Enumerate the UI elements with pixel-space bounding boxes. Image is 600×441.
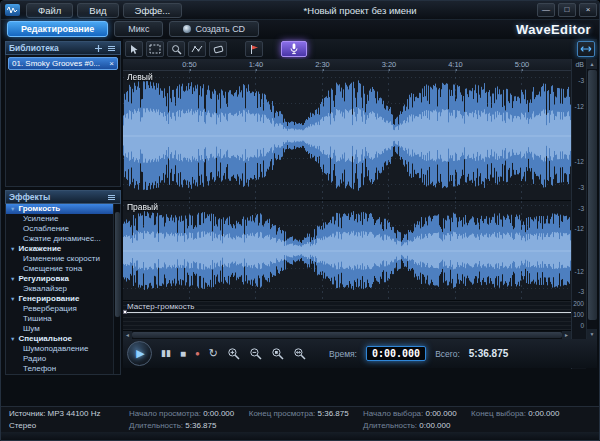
scroll-down-icon[interactable]: ▼ bbox=[587, 329, 597, 339]
db-label: -3 bbox=[578, 289, 584, 296]
effects-category[interactable]: ▼Громкость bbox=[6, 204, 120, 214]
library-header: Библиотека bbox=[5, 41, 121, 55]
fit-to-window-button[interactable] bbox=[577, 41, 595, 57]
volume-envelope-line[interactable] bbox=[123, 312, 571, 313]
brand-logo: WaveEditor bbox=[516, 22, 591, 37]
menu-effects[interactable]: Эффе... bbox=[123, 3, 183, 18]
status-bar: Источник: MP3 44100 Hz Стерео Начало про… bbox=[1, 406, 600, 432]
view-duration-value: 5:36.875 bbox=[185, 421, 216, 430]
library-item[interactable]: 01. Smoky Grooves #0... × bbox=[8, 57, 118, 70]
scrollbar-track[interactable] bbox=[587, 69, 597, 329]
selection-end-label: Конец выбора: bbox=[471, 409, 526, 418]
tab-create-cd[interactable]: Создать CD bbox=[169, 21, 259, 37]
left-channel: Левый bbox=[123, 71, 571, 201]
timeline-ruler[interactable]: 0:50 1:40 2:30 3:20 4:10 5:00 bbox=[123, 59, 571, 71]
panel-options-icon[interactable] bbox=[106, 192, 117, 202]
effects-category[interactable]: ▼Искажение bbox=[6, 244, 120, 254]
effects-item[interactable]: Шумоподавление bbox=[6, 344, 120, 354]
scrollbar-thumb[interactable] bbox=[588, 70, 597, 320]
effects-category[interactable]: ▼Специальное bbox=[6, 334, 120, 344]
effects-category[interactable]: ▼Генерирование bbox=[6, 294, 120, 304]
zoom-selection-button[interactable] bbox=[271, 347, 284, 360]
collapse-icon: ▼ bbox=[10, 274, 15, 284]
source-format: Источник: MP3 44100 Hz bbox=[9, 409, 101, 418]
record-button[interactable]: ● bbox=[195, 350, 200, 358]
loop-button[interactable]: ↻ bbox=[209, 348, 218, 359]
vertical-scrollbar[interactable]: ▲ ▼ bbox=[586, 59, 597, 339]
db-label: -3 bbox=[578, 78, 584, 85]
effects-item[interactable]: Тишина bbox=[6, 314, 120, 324]
menu-view[interactable]: Вид bbox=[77, 3, 118, 18]
remove-item-icon[interactable]: × bbox=[109, 59, 114, 68]
scroll-right-icon[interactable]: ► bbox=[562, 331, 571, 339]
effects-item[interactable]: Ослабление bbox=[6, 224, 120, 234]
add-file-icon[interactable] bbox=[93, 43, 104, 53]
microphone-button[interactable] bbox=[281, 41, 307, 57]
effects-item[interactable]: Шум bbox=[6, 324, 120, 334]
panel-menu-icon[interactable] bbox=[106, 43, 117, 53]
library-item-label: 01. Smoky Grooves #0... bbox=[12, 59, 107, 68]
play-button[interactable]: ▶ bbox=[127, 341, 152, 366]
time-tick-label: 5:00 bbox=[515, 60, 530, 69]
cd-icon bbox=[183, 25, 191, 33]
selection-end-value: 0:00.000 bbox=[528, 409, 559, 418]
effects-category-label: Генерирование bbox=[18, 294, 79, 304]
effects-category-label: Искажение bbox=[18, 244, 61, 254]
effects-item-label: Шум bbox=[23, 324, 40, 334]
minimize-button[interactable]: — bbox=[537, 3, 555, 17]
record-marker-button[interactable] bbox=[245, 41, 263, 57]
zoom-full-button[interactable] bbox=[293, 347, 306, 360]
effects-item[interactable]: Эквалайзер bbox=[6, 284, 120, 294]
effects-list: ▼Громкость Усиление Ослабление Сжатие ди… bbox=[5, 204, 121, 375]
scroll-up-icon[interactable]: ▲ bbox=[587, 59, 597, 69]
zoom-in-button[interactable] bbox=[227, 347, 240, 360]
cursor-tool-button[interactable] bbox=[125, 41, 143, 57]
effects-item-label: Усиление bbox=[23, 214, 58, 224]
pause-button[interactable]: ▮▮ bbox=[161, 349, 171, 358]
effects-item[interactable]: Изменение скорости bbox=[6, 254, 120, 264]
envelope-tool-button[interactable] bbox=[188, 41, 206, 57]
zoom-tool-button[interactable] bbox=[167, 41, 185, 57]
selection-start-label: Начало выбора: bbox=[363, 409, 423, 418]
collapse-icon: ▼ bbox=[10, 334, 15, 344]
current-time-display[interactable]: 0:00.000 bbox=[366, 346, 426, 361]
tab-editing-label: Редактирование bbox=[21, 24, 94, 34]
horizontal-scrollbar[interactable]: ◄ ► bbox=[123, 331, 571, 339]
right-channel-waveform[interactable] bbox=[123, 201, 571, 300]
menu-file[interactable]: Файл bbox=[26, 3, 73, 18]
tab-editing[interactable]: Редактирование bbox=[7, 21, 108, 37]
window-footer bbox=[1, 432, 600, 441]
effects-item-label: Смещение тона bbox=[23, 264, 82, 274]
db-label: -12 bbox=[575, 269, 584, 276]
scrollbar-thumb[interactable] bbox=[132, 332, 562, 338]
close-button[interactable]: × bbox=[579, 3, 597, 17]
db-unit-label: dB bbox=[572, 59, 586, 71]
time-tick-label: 4:10 bbox=[448, 60, 463, 69]
effects-item[interactable]: Сжатие динамичес... bbox=[6, 234, 120, 244]
effects-category[interactable]: ▼Регулировка bbox=[6, 274, 120, 284]
master-volume-track[interactable]: Мастер-громкость bbox=[123, 301, 571, 331]
tab-create-cd-label: Создать CD bbox=[195, 24, 245, 34]
select-region-tool-button[interactable] bbox=[146, 41, 164, 57]
effects-item[interactable]: Реверберация bbox=[6, 304, 120, 314]
effects-item[interactable]: Телефон bbox=[6, 364, 120, 374]
effects-category-label: Специальное bbox=[18, 334, 72, 344]
effects-item-label: Тишина bbox=[23, 314, 52, 324]
maximize-button[interactable]: □ bbox=[558, 3, 576, 17]
effects-item[interactable]: Смещение тона bbox=[6, 264, 120, 274]
total-time-value: 5:36.875 bbox=[469, 348, 508, 359]
zoom-out-button[interactable] bbox=[249, 347, 262, 360]
eraser-tool-button[interactable] bbox=[209, 41, 227, 57]
effects-item-label: Реверберация bbox=[23, 304, 77, 314]
scrollbar-track[interactable] bbox=[132, 331, 562, 339]
effects-scrollbar[interactable] bbox=[113, 204, 120, 374]
stop-button[interactable]: ■ bbox=[180, 349, 186, 359]
tab-mix[interactable]: Микс bbox=[114, 21, 163, 37]
left-channel-waveform[interactable] bbox=[123, 71, 571, 200]
effects-item[interactable]: Усиление bbox=[6, 214, 120, 224]
scroll-left-icon[interactable]: ◄ bbox=[123, 331, 132, 339]
scrollbar-thumb[interactable] bbox=[115, 212, 120, 317]
effects-item-label: Ослабление bbox=[23, 224, 69, 234]
tab-bar: Редактирование Микс Создать CD WaveEdito… bbox=[1, 20, 600, 38]
effects-item[interactable]: Радио bbox=[6, 354, 120, 364]
